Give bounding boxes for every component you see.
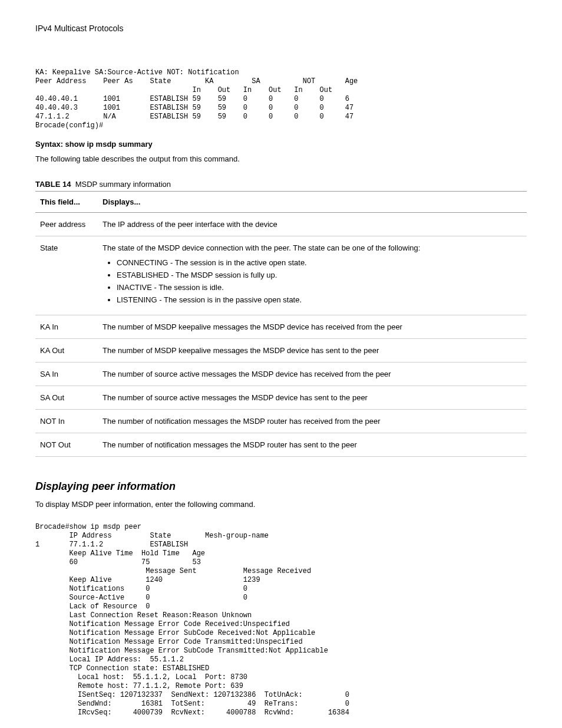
field-cell: NOT In	[35, 410, 98, 433]
table-row: KA InThe number of MSDP keepalive messag…	[35, 315, 527, 339]
field-cell: Peer address	[35, 213, 98, 236]
table-caption: TABLE 14 MSDP summary information	[35, 180, 527, 189]
field-cell: KA Out	[35, 339, 98, 363]
section-heading: Displaying peer information	[35, 480, 527, 493]
list-item: INACTIVE - The session is idle.	[117, 283, 522, 292]
list-item: LISTENING - The session is in the passiv…	[117, 295, 522, 304]
table-row: SA InThe number of source active message…	[35, 363, 527, 386]
field-cell: State	[35, 236, 98, 315]
field-cell: SA In	[35, 363, 98, 386]
displays-cell: The number of notification messages the …	[98, 433, 527, 457]
table-row: Peer addressThe IP address of the peer i…	[35, 213, 527, 236]
col-header-displays: Displays...	[98, 192, 527, 213]
field-cell: SA Out	[35, 386, 98, 410]
field-cell: KA In	[35, 315, 98, 339]
section-intro: To display MSDP peer information, enter …	[35, 500, 527, 509]
displays-cell: The number of MSDP keepalive messages th…	[98, 315, 527, 339]
table-body: Peer addressThe IP address of the peer i…	[35, 213, 527, 457]
col-header-field: This field...	[35, 192, 98, 213]
displays-cell: The number of MSDP keepalive messages th…	[98, 339, 527, 363]
syntax-command: show ip msdp summary	[65, 140, 153, 149]
table-row: NOT InThe number of notification message…	[35, 410, 527, 433]
displays-cell: The number of source active messages the…	[98, 363, 527, 386]
msdp-summary-table: This field... Displays... Peer addressTh…	[35, 191, 527, 457]
table-row: NOT OutThe number of notification messag…	[35, 433, 527, 457]
table-intro-text: The following table describes the output…	[35, 154, 527, 163]
syntax-label: Syntax:	[35, 140, 63, 149]
table-row: KA OutThe number of MSDP keepalive messa…	[35, 339, 527, 363]
table-row: SA OutThe number of source active messag…	[35, 386, 527, 410]
page-header: IPv4 Multicast Protocols	[35, 24, 527, 33]
cli-output-summary: KA: Keepalive SA:Source-Active NOT: Noti…	[35, 68, 527, 130]
state-bullet-list: CONNECTING - The session is in the activ…	[103, 258, 522, 304]
displays-cell: The number of notification messages the …	[98, 410, 527, 433]
field-cell: NOT Out	[35, 433, 98, 457]
displays-cell: The state of the MSDP device connection …	[98, 236, 527, 315]
table-caption-label: TABLE 14	[35, 180, 71, 189]
list-item: ESTABLISHED - The MSDP session is fully …	[117, 271, 522, 279]
table-caption-text: MSDP summary information	[75, 180, 171, 189]
displays-cell: The IP address of the peer interface wit…	[98, 213, 527, 236]
displays-cell: The number of source active messages the…	[98, 386, 527, 410]
list-item: CONNECTING - The session is in the activ…	[117, 258, 522, 267]
syntax-line: Syntax: show ip msdp summary	[35, 140, 527, 149]
table-row: StateThe state of the MSDP device connec…	[35, 236, 527, 315]
cli-output-peer: Brocade#show ip msdp peer IP Address Sta…	[35, 523, 527, 717]
